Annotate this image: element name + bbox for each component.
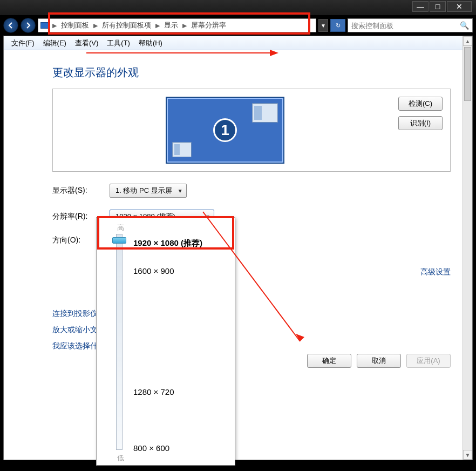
menu-edit[interactable]: 编辑(E) — [40, 37, 70, 49]
display-value: 1. 移动 PC 显示屏 — [115, 186, 172, 196]
control-panel-icon — [40, 22, 49, 29]
chevron-right-icon: ▶ — [181, 22, 188, 29]
action-buttons: 确定 取消 应用(A) — [307, 354, 451, 368]
apply-button: 应用(A) — [406, 354, 451, 368]
menubar: 文件(F) 编辑(E) 查看(V) 工具(T) 帮助(H) — [4, 36, 472, 50]
chevron-right-icon: ▶ — [92, 22, 99, 29]
forward-button[interactable] — [21, 18, 36, 33]
slider-low-label: 低 — [117, 453, 124, 463]
breadcrumb[interactable]: ▶ 控制面板 ▶ 所有控制面板项 ▶ 显示 ▶ 屏幕分辨率 — [38, 18, 316, 32]
ok-button[interactable]: 确定 — [307, 354, 351, 368]
menu-tools[interactable]: 工具(T) — [104, 37, 133, 49]
refresh-button[interactable]: ↻ — [330, 19, 345, 32]
scroll-up-button[interactable]: ▲ — [463, 36, 472, 46]
monitor-number: 1 — [213, 118, 237, 142]
resolution-slider-thumb[interactable] — [112, 237, 126, 244]
crumb-control-panel[interactable]: 控制面板 — [60, 21, 90, 30]
resolution-popup[interactable]: 高 1920 × 1080 (推荐) 1600 × 900 1280 × 720… — [96, 217, 235, 466]
resolution-option-800x600[interactable]: 800 × 600 — [133, 443, 169, 453]
back-button[interactable] — [3, 18, 18, 33]
resolution-option-1600x900[interactable]: 1600 × 900 — [133, 266, 174, 275]
menu-file[interactable]: 文件(F) — [8, 37, 38, 49]
display-preview: 1 检测(C) 识别(I) — [52, 89, 451, 172]
close-button[interactable]: ✕ — [447, 1, 472, 12]
resolution-option-1280x720[interactable]: 1280 × 720 — [133, 387, 174, 396]
menu-help[interactable]: 帮助(H) — [135, 37, 166, 49]
breadcrumb-dropdown[interactable]: ▼ — [318, 19, 328, 32]
search-input[interactable] — [351, 22, 460, 30]
orientation-label: 方向(O): — [52, 236, 91, 245]
scroll-thumb[interactable] — [464, 47, 471, 101]
window-icon — [172, 142, 192, 157]
display-select[interactable]: 1. 移动 PC 显示屏 ▼ — [110, 184, 187, 198]
slider-high-label: 高 — [117, 223, 228, 233]
crumb-resolution[interactable]: 屏幕分辨率 — [190, 21, 227, 30]
resolution-option-1920x1080[interactable]: 1920 × 1080 (推荐) — [133, 238, 202, 248]
crumb-display[interactable]: 显示 — [163, 21, 179, 30]
vertical-scrollbar[interactable]: ▲ ▼ — [463, 36, 472, 460]
advanced-settings-link[interactable]: 高级设置 — [420, 267, 451, 276]
minimize-button[interactable]: — — [412, 1, 429, 12]
titlebar: — □ ✕ — [0, 0, 476, 15]
monitor-thumbnail[interactable]: 1 — [166, 97, 284, 164]
chevron-down-icon: ▼ — [178, 188, 183, 194]
resolution-label: 分辨率(R): — [52, 212, 91, 221]
chevron-right-icon: ▶ — [51, 22, 58, 29]
menu-view[interactable]: 查看(V) — [72, 37, 101, 49]
detect-button[interactable]: 检测(C) — [398, 97, 443, 111]
search-icon[interactable]: 🔍 — [460, 21, 469, 30]
nav-row: ▶ 控制面板 ▶ 所有控制面板项 ▶ 显示 ▶ 屏幕分辨率 ▼ ↻ 🔍 — [0, 15, 476, 36]
scroll-down-button[interactable]: ▼ — [463, 450, 472, 460]
chevron-right-icon: ▶ — [154, 22, 161, 29]
window-icon — [252, 103, 278, 123]
cancel-button[interactable]: 取消 — [357, 354, 401, 368]
page-title: 更改显示器的外观 — [52, 65, 451, 80]
search-box[interactable]: 🔍 — [348, 18, 473, 32]
resolution-slider-track[interactable] — [116, 234, 123, 450]
display-label: 显示器(S): — [52, 186, 91, 196]
identify-button[interactable]: 识别(I) — [398, 116, 443, 130]
crumb-all-items[interactable]: 所有控制面板项 — [101, 21, 152, 30]
content-area: 文件(F) 编辑(E) 查看(V) 工具(T) 帮助(H) 更改显示器的外观 1… — [3, 36, 473, 460]
maximize-button[interactable]: □ — [430, 1, 446, 12]
